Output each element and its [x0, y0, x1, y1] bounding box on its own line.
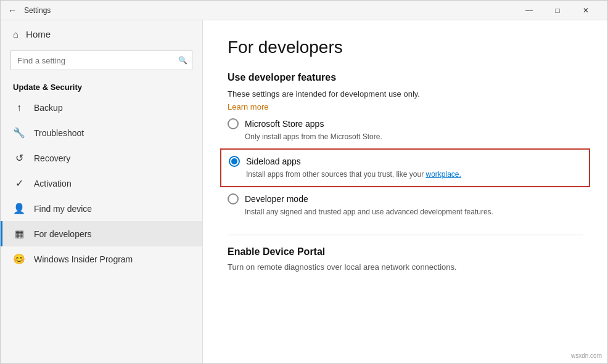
back-button[interactable]: ← — [8, 6, 17, 15]
page-title: For developers — [228, 38, 583, 57]
radio-sideload-apps[interactable] — [229, 156, 240, 167]
sidebar-item-label: For developers — [34, 229, 91, 239]
sidebar-item-for-developers[interactable]: ▦ For developers — [1, 221, 202, 246]
sidebar-item-home[interactable]: ⌂ Home — [1, 20, 202, 48]
sidebar-item-troubleshoot[interactable]: 🔧 Troubleshoot — [1, 120, 202, 145]
search-icon: 🔍 — [178, 56, 187, 65]
find-device-icon: 👤 — [13, 203, 25, 214]
close-button[interactable]: ✕ — [572, 1, 600, 20]
activation-icon: ✓ — [13, 177, 25, 189]
sidebar-item-label: Windows Insider Program — [34, 254, 133, 264]
developer-options: Microsoft Store apps Only install apps f… — [228, 112, 583, 224]
search-input[interactable] — [10, 51, 192, 70]
sidebar-item-backup[interactable]: ↑ Backup — [1, 95, 202, 120]
troubleshoot-icon: 🔧 — [13, 127, 25, 139]
divider — [228, 235, 583, 235]
sidebar-item-label: Troubleshoot — [34, 128, 84, 138]
insider-icon: 😊 — [13, 253, 25, 265]
content-area: ⌂ Home 🔍 Update & Security ↑ Backup 🔧 Tr… — [1, 20, 607, 363]
window-controls: — □ ✕ — [515, 1, 600, 20]
maximize-button[interactable]: □ — [543, 1, 572, 20]
backup-icon: ↑ — [13, 102, 25, 113]
sidebar-item-label: Recovery — [34, 153, 70, 163]
sidebar-item-windows-insider[interactable]: 😊 Windows Insider Program — [1, 246, 202, 272]
settings-window: ← Settings — □ ✕ ⌂ Home 🔍 Update & Secur… — [0, 0, 608, 364]
workplace-link[interactable]: workplace. — [425, 170, 461, 179]
option-microsoft-store: Microsoft Store apps Only install apps f… — [228, 112, 583, 148]
option-label: Developer mode — [245, 194, 308, 204]
watermark: wsxdn.com — [571, 352, 602, 359]
option-label: Sideload apps — [246, 156, 301, 166]
window-title: Settings — [24, 6, 515, 15]
option-sideload-apps: Sideload apps Install apps from other so… — [220, 148, 590, 187]
option-label: Microsoft Store apps — [245, 119, 324, 129]
radio-developer-mode[interactable] — [228, 193, 239, 204]
option-header: Sideload apps — [229, 156, 581, 167]
search-container: 🔍 — [10, 51, 192, 70]
sidebar-item-label: Activation — [34, 179, 72, 188]
sidebar-item-find-my-device[interactable]: 👤 Find my device — [1, 196, 202, 221]
option-desc: Only install apps from the Microsoft Sto… — [245, 131, 583, 142]
option-desc: Install any signed and trusted app and u… — [245, 206, 583, 217]
main-panel: For developers Use developer features Th… — [203, 20, 607, 363]
option-desc: Install apps from other sources that you… — [246, 169, 581, 180]
home-label: Home — [26, 29, 51, 39]
sidebar-item-activation[interactable]: ✓ Activation — [1, 171, 202, 196]
enable-portal-desc: Turn on remote diagnostics over local ar… — [228, 262, 583, 272]
home-icon: ⌂ — [13, 29, 18, 39]
option-header: Microsoft Store apps — [228, 118, 583, 129]
use-features-title: Use developer features — [228, 72, 583, 83]
sidebar-item-label: Find my device — [34, 204, 92, 214]
sidebar: ⌂ Home 🔍 Update & Security ↑ Backup 🔧 Tr… — [1, 20, 203, 363]
learn-more-link[interactable]: Learn more — [228, 102, 268, 111]
option-developer-mode: Developer mode Install any signed and tr… — [228, 187, 583, 224]
radio-microsoft-store[interactable] — [228, 118, 239, 129]
enable-portal-title: Enable Device Portal — [228, 246, 583, 257]
use-features-desc: These settings are intended for developm… — [228, 89, 583, 99]
recovery-icon: ↺ — [13, 152, 25, 164]
sidebar-section-title: Update & Security — [1, 78, 202, 95]
minimize-button[interactable]: — — [515, 1, 543, 20]
option-header: Developer mode — [228, 193, 583, 204]
title-bar: ← Settings — □ ✕ — [1, 1, 607, 20]
sidebar-item-label: Backup — [34, 103, 63, 113]
sidebar-item-recovery[interactable]: ↺ Recovery — [1, 145, 202, 171]
developers-icon: ▦ — [13, 228, 25, 240]
